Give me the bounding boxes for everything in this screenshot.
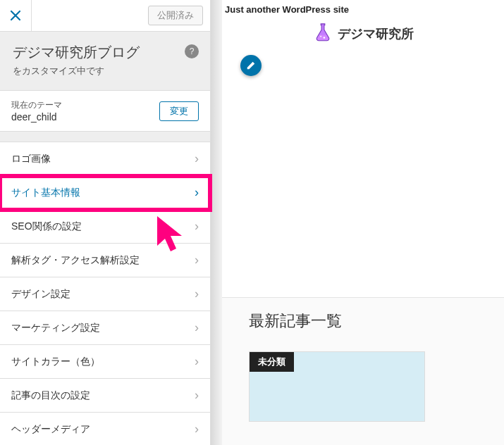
section-item[interactable]: 解析タグ・アクセス解析設定› [0, 244, 210, 277]
chevron-right-icon: › [195, 320, 199, 335]
close-icon [10, 10, 21, 21]
scroll-shade [211, 0, 222, 445]
post-category-badge: 未分類 [250, 352, 294, 372]
help-icon[interactable]: ? [185, 44, 199, 58]
site-logo-row: デジマ研究所 [222, 16, 504, 55]
customizer-sidebar: 公開済み デジマ研究所ブログ をカスタマイズ中です ? 現在のテーマ deer_… [0, 0, 211, 445]
theme-label: 現在のテーマ [11, 99, 62, 111]
chevron-right-icon: › [195, 219, 199, 234]
pencil-icon [246, 61, 256, 70]
close-button[interactable] [0, 0, 32, 32]
chevron-right-icon: › [195, 354, 199, 369]
flask-icon [312, 22, 333, 45]
edit-shortcut-button[interactable] [240, 55, 262, 76]
section-item[interactable]: サイト基本情報› [0, 176, 210, 210]
customizing-subtitle: をカスタマイズ中です [13, 65, 197, 77]
site-title: デジマ研究所ブログ [13, 43, 197, 62]
logo-text: デジマ研究所 [338, 25, 414, 42]
section-item-label: マーケティング設定 [11, 322, 100, 334]
section-item-label: 記事の目次の設定 [11, 389, 90, 402]
active-theme-block: 現在のテーマ deer_child 変更 [0, 90, 210, 132]
chevron-right-icon: › [195, 253, 199, 268]
site-tagline: Just another WordPress site [222, 0, 504, 16]
section-item[interactable]: マーケティング設定› [0, 311, 210, 345]
section-item[interactable]: SEO関係の設定› [0, 210, 210, 244]
theme-info: 現在のテーマ deer_child [11, 99, 62, 123]
chevron-right-icon: › [195, 422, 199, 437]
post-card[interactable]: 未分類 [249, 351, 425, 422]
section-item-label: ヘッダーメディア [11, 423, 90, 436]
publish-status-button[interactable]: 公開済み [148, 6, 203, 25]
recent-posts-heading: 最新記事一覧 [249, 311, 477, 332]
section-list: ロゴ画像›サイト基本情報›SEO関係の設定›解析タグ・アクセス解析設定›デザイン… [0, 142, 210, 445]
section-item[interactable]: ヘッダーメディア› [0, 413, 210, 445]
section-item[interactable]: ロゴ画像› [0, 142, 210, 176]
chevron-right-icon: › [195, 151, 199, 166]
section-item-label: サイトカラー（色） [11, 356, 100, 368]
customizer-title-block: デジマ研究所ブログ をカスタマイズ中です ? [0, 32, 210, 90]
change-theme-button[interactable]: 変更 [159, 101, 199, 121]
chevron-right-icon: › [195, 388, 199, 403]
section-item-label: サイト基本情報 [11, 187, 80, 199]
theme-name: deer_child [11, 111, 62, 123]
chevron-right-icon: › [195, 287, 199, 301]
recent-posts-block: 最新記事一覧 未分類 [222, 297, 504, 445]
section-item[interactable]: 記事の目次の設定› [0, 379, 210, 413]
chevron-right-icon: › [195, 185, 199, 200]
svg-point-1 [324, 37, 325, 38]
section-item[interactable]: サイトカラー（色）› [0, 345, 210, 379]
section-item-label: 解析タグ・アクセス解析設定 [11, 254, 140, 267]
customizer-topbar: 公開済み [0, 0, 210, 32]
site-preview: Just another WordPress site デジマ研究所 最新記事一… [222, 0, 504, 445]
svg-point-0 [320, 36, 321, 37]
section-item-label: デザイン設定 [11, 288, 70, 301]
section-item-label: ロゴ画像 [11, 153, 51, 165]
section-item-label: SEO関係の設定 [11, 220, 82, 233]
section-item[interactable]: デザイン設定› [0, 277, 210, 311]
